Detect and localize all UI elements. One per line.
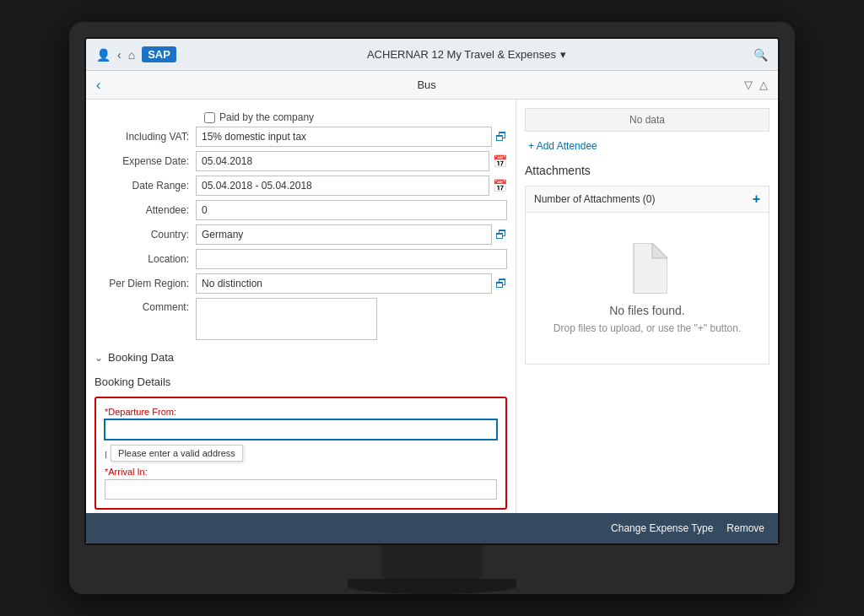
paid-by-company-row: Paid by the company bbox=[86, 108, 516, 127]
location-row: Location: bbox=[86, 249, 516, 269]
nav-title: ACHERNAR 12 My Travel & Expenses ▾ bbox=[188, 48, 745, 61]
booking-data-label: Booking Data bbox=[108, 351, 174, 364]
booking-fields-box: *Departure From: I Please enter a valid … bbox=[94, 397, 507, 510]
footer-bar: Change Expense Type Remove bbox=[86, 513, 778, 543]
warning-icon[interactable]: △ bbox=[759, 78, 768, 91]
per-diem-region-label: Per Diem Region: bbox=[86, 278, 196, 289]
country-select-icon[interactable]: 🗗 bbox=[495, 228, 507, 241]
comment-label: Comment: bbox=[86, 298, 196, 313]
departure-wrapper: I Please enter a valid address bbox=[105, 419, 497, 462]
main-content: Paid by the company Including VAT: 🗗 Exp… bbox=[86, 100, 778, 513]
date-range-label: Date Range: bbox=[86, 180, 196, 192]
attendee-label: Attendee: bbox=[86, 204, 196, 216]
per-diem-region-select-icon[interactable]: 🗗 bbox=[495, 277, 507, 290]
user-icon[interactable]: 👤 bbox=[96, 48, 111, 62]
arrival-in-label: *Arrival In: bbox=[105, 467, 497, 477]
per-diem-region-value: 🗗 bbox=[196, 273, 507, 294]
attendee-value bbox=[196, 200, 507, 220]
change-expense-type-button[interactable]: Change Expense Type bbox=[611, 522, 713, 534]
right-panel: No data + Add Attendee Attachments Numbe… bbox=[516, 100, 778, 513]
attendee-input[interactable] bbox=[196, 200, 507, 220]
nav-icons-left: 👤 ‹ ⌂ SAP bbox=[96, 46, 180, 62]
home-icon[interactable]: ⌂ bbox=[128, 48, 135, 62]
comment-textarea[interactable] bbox=[196, 298, 377, 340]
sub-nav-bar: ‹ Bus ▽ △ bbox=[86, 71, 778, 100]
left-panel: Paid by the company Including VAT: 🗗 Exp… bbox=[86, 100, 516, 513]
paid-by-company-label: Paid by the company bbox=[219, 111, 314, 123]
location-input[interactable] bbox=[196, 249, 507, 269]
drop-hint: Drop files to upload, or use the "+" but… bbox=[554, 322, 741, 334]
file-icon bbox=[627, 243, 667, 294]
date-range-calendar-icon[interactable]: 📅 bbox=[493, 179, 507, 192]
departure-tooltip: Please enter a valid address bbox=[111, 445, 243, 462]
date-range-value: 📅 bbox=[196, 176, 507, 196]
expense-date-value: 📅 bbox=[196, 151, 507, 171]
booking-details-title: Booking Details bbox=[86, 370, 516, 393]
attachments-title: Attachments bbox=[525, 164, 770, 177]
date-range-row: Date Range: 📅 bbox=[86, 176, 516, 196]
location-label: Location: bbox=[86, 253, 196, 265]
filter-icon[interactable]: ▽ bbox=[744, 78, 753, 91]
sap-logo: SAP bbox=[142, 46, 176, 62]
country-value: 🗗 bbox=[196, 224, 507, 245]
comment-row: Comment: bbox=[86, 298, 516, 340]
attachments-header: Number of Attachments (0) + bbox=[525, 186, 770, 213]
vat-label: Including VAT: bbox=[86, 131, 196, 143]
comment-value bbox=[196, 298, 507, 340]
location-value bbox=[196, 249, 507, 269]
attachments-count: Number of Attachments (0) bbox=[534, 193, 655, 205]
paid-by-company-checkbox[interactable] bbox=[204, 112, 215, 123]
departure-from-label: *Departure From: bbox=[105, 407, 497, 417]
sub-nav-title: Bus bbox=[109, 78, 744, 91]
sub-nav-icons-right: ▽ △ bbox=[744, 78, 768, 91]
add-attendee-btn[interactable]: + Add Attendee bbox=[525, 140, 770, 152]
expense-date-label: Expense Date: bbox=[86, 155, 196, 167]
top-nav-bar: 👤 ‹ ⌂ SAP ACHERNAR 12 My Travel & Expens… bbox=[86, 39, 778, 71]
vat-select-icon[interactable]: 🗗 bbox=[495, 130, 507, 143]
expense-date-input[interactable] bbox=[196, 151, 489, 171]
booking-data-chevron-icon: ⌄ bbox=[94, 352, 103, 364]
sub-nav-back-icon[interactable]: ‹ bbox=[96, 78, 100, 93]
no-data-bar: No data bbox=[525, 108, 770, 132]
arrival-in-input[interactable] bbox=[105, 479, 497, 500]
date-range-input[interactable] bbox=[196, 176, 489, 196]
departure-from-input[interactable] bbox=[105, 419, 497, 440]
search-icon[interactable]: 🔍 bbox=[753, 48, 768, 62]
no-files-text: No files found. bbox=[609, 304, 685, 317]
attachments-drop-zone[interactable]: No files found. Drop files to upload, or… bbox=[525, 213, 770, 365]
per-diem-region-row: Per Diem Region: 🗗 bbox=[86, 273, 516, 294]
country-row: Country: 🗗 bbox=[86, 224, 516, 245]
booking-data-section[interactable]: ⌄ Booking Data bbox=[86, 344, 516, 370]
remove-button[interactable]: Remove bbox=[726, 522, 764, 534]
attendee-row: Attendee: bbox=[86, 200, 516, 220]
country-label: Country: bbox=[86, 229, 196, 240]
per-diem-region-input[interactable] bbox=[196, 273, 492, 294]
vat-value: 🗗 bbox=[196, 127, 507, 147]
vat-row: Including VAT: 🗗 bbox=[86, 127, 516, 147]
monitor-stand bbox=[381, 545, 483, 579]
monitor-base bbox=[348, 579, 516, 594]
vat-input[interactable] bbox=[196, 127, 492, 147]
expense-date-row: Expense Date: 📅 bbox=[86, 151, 516, 171]
monitor-screen: 👤 ‹ ⌂ SAP ACHERNAR 12 My Travel & Expens… bbox=[84, 37, 780, 545]
add-attachment-button[interactable]: + bbox=[753, 192, 760, 207]
monitor: 👤 ‹ ⌂ SAP ACHERNAR 12 My Travel & Expens… bbox=[69, 22, 795, 594]
expense-date-calendar-icon[interactable]: 📅 bbox=[493, 154, 507, 168]
back-icon[interactable]: ‹ bbox=[117, 48, 122, 62]
country-input[interactable] bbox=[196, 224, 492, 245]
